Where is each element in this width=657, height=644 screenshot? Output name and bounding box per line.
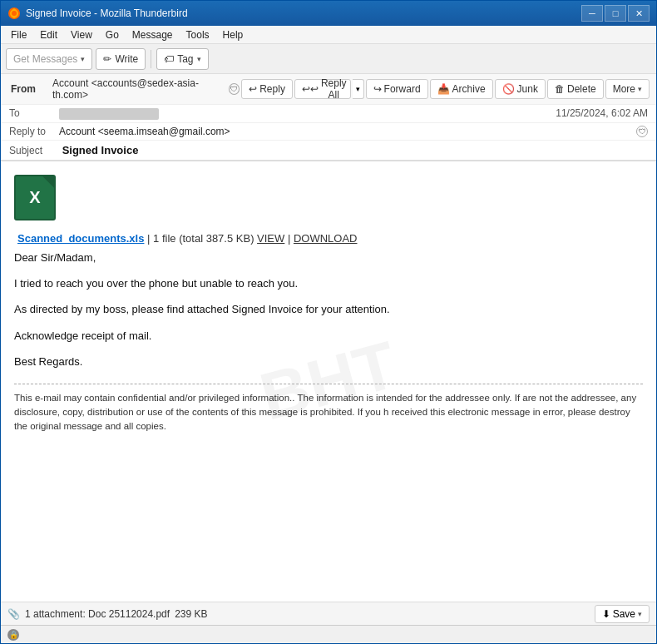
menu-message[interactable]: Message: [126, 27, 180, 42]
reply-all-button[interactable]: ↩↩ Reply All: [294, 79, 351, 99]
forward-button[interactable]: ↪ Forward: [366, 79, 428, 99]
title-bar: Signed Invoice - Mozilla Thunderbird ─ □…: [1, 1, 656, 26]
toolbar: Get Messages ▾ ✏ Write 🏷 Tag ▾: [1, 44, 656, 74]
body-line4: Acknowledge receipt of mail.: [14, 326, 643, 345]
pipe-separator: |: [288, 232, 294, 245]
status-lock-icon: 🔒: [7, 629, 19, 641]
subject-row: Subject Signed Invoice: [1, 141, 656, 161]
menu-edit[interactable]: Edit: [33, 27, 64, 42]
reply-all-dropdown[interactable]: ▾: [353, 79, 364, 99]
view-link[interactable]: VIEW: [257, 232, 284, 245]
paperclip-icon: 📎: [7, 608, 20, 620]
get-messages-arrow-icon: ▾: [81, 55, 85, 63]
more-label: More: [613, 83, 635, 95]
reply-to-row: Reply to Account <seema.imseah@gmail.com…: [1, 123, 656, 141]
email-text-body: Dear Sir/Madam, I tried to reach you ove…: [14, 248, 643, 372]
action-buttons: ↩ Reply ↩↩ Reply All ▾ ↪ Forward 📥 Archi…: [241, 79, 650, 99]
window-controls: ─ □ ✕: [581, 5, 650, 22]
delete-button[interactable]: 🗑 Delete: [547, 79, 604, 99]
attachment-meta: | 1 file (total 387.5 KB): [147, 232, 257, 245]
menu-go[interactable]: Go: [99, 27, 126, 42]
tag-label: Tag: [177, 53, 193, 65]
attachment-bar-label: 1 attachment: Doc 25112024.pdf: [25, 608, 170, 620]
svg-point-1: [12, 11, 17, 16]
menu-bar: File Edit View Go Message Tools Help: [1, 26, 656, 44]
from-value-inline: Account <accounts@sedex-asia-th.com>: [52, 77, 224, 101]
reply-icon: ↩: [249, 83, 257, 95]
junk-icon: 🚫: [502, 83, 515, 95]
menu-tools[interactable]: Tools: [180, 27, 216, 42]
get-messages-label: Get Messages: [13, 53, 77, 65]
save-label: Save: [613, 608, 635, 620]
tag-button[interactable]: 🏷 Tag ▾: [156, 48, 208, 70]
attachment-info: Scanned_documents.xls | 1 file (total 38…: [17, 230, 643, 248]
app-icon: [7, 7, 21, 20]
archive-button[interactable]: 📥 Archive: [430, 79, 493, 99]
security-icon[interactable]: 🛡: [229, 83, 240, 95]
junk-label: Junk: [517, 83, 538, 95]
app-window: Signed Invoice - Mozilla Thunderbird ─ □…: [0, 0, 657, 644]
archive-label: Archive: [452, 83, 486, 95]
save-icon: ⬇: [602, 608, 610, 620]
reply-button[interactable]: ↩ Reply: [241, 79, 293, 99]
reply-to-value: Account <seema.imseah@gmail.com>: [59, 126, 633, 137]
menu-view[interactable]: View: [64, 27, 99, 42]
forward-icon: ↪: [373, 83, 382, 95]
to-value: [59, 107, 556, 120]
from-field-label: From: [7, 82, 51, 97]
close-button[interactable]: ✕: [628, 5, 650, 22]
action-bar: From Account <accounts@sedex-asia-th.com…: [1, 74, 656, 105]
body-line3: As directed by my boss, please find atta…: [14, 300, 643, 319]
tag-icon: 🏷: [164, 53, 174, 65]
reply-all-icon: ↩↩: [302, 83, 319, 95]
tag-arrow-icon: ▾: [197, 55, 201, 63]
to-label: To: [9, 107, 59, 119]
body-line5: Best Regards.: [14, 352, 643, 371]
excel-x-label: X: [29, 188, 40, 207]
attachment-filename[interactable]: Scanned_documents.xls: [17, 232, 144, 245]
reply-to-security-icon[interactable]: 🛡: [636, 126, 648, 137]
attachment-bar-info: 📎 1 attachment: Doc 25112024.pdf 239 KB: [7, 608, 595, 620]
download-link[interactable]: DOWNLOAD: [294, 232, 358, 245]
email-body: BHT X Scanned_documents.xls | 1 file (to…: [1, 161, 656, 602]
to-row: To 11/25/2024, 6:02 AM: [1, 105, 656, 123]
subject-value: Signed Invoice: [62, 144, 139, 156]
junk-button[interactable]: 🚫 Junk: [495, 79, 546, 99]
window-title: Signed Invoice - Mozilla Thunderbird: [26, 7, 581, 19]
write-button[interactable]: ✏ Write: [96, 48, 146, 70]
delete-label: Delete: [567, 83, 596, 95]
attachment-preview: X: [14, 175, 643, 220]
body-line2: I tried to reach you over the phone but …: [14, 274, 643, 293]
archive-icon: 📥: [437, 83, 450, 95]
more-arrow-icon: ▾: [638, 85, 642, 93]
pencil-icon: ✏: [103, 53, 111, 65]
attachment-bar-size: 239 KB: [175, 608, 207, 620]
toolbar-separator: [151, 50, 151, 68]
excel-icon: X: [14, 175, 56, 220]
get-messages-button[interactable]: Get Messages ▾: [6, 48, 92, 70]
maximize-button[interactable]: □: [605, 5, 626, 22]
save-button[interactable]: ⬇ Save ▾: [595, 605, 650, 623]
menu-help[interactable]: Help: [216, 27, 250, 42]
email-header: From Account <accounts@sedex-asia-th.com…: [1, 74, 656, 161]
delete-icon: 🗑: [555, 83, 565, 95]
subject-label: Subject: [9, 145, 59, 156]
menu-file[interactable]: File: [4, 27, 33, 42]
email-divider: [14, 384, 643, 384]
more-button[interactable]: More ▾: [605, 79, 650, 99]
status-bar: 🔒: [1, 625, 656, 643]
email-date: 11/25/2024, 6:02 AM: [556, 107, 648, 119]
reply-all-label: Reply All: [321, 77, 347, 101]
reply-label: Reply: [259, 83, 285, 95]
reply-to-label: Reply to: [9, 126, 59, 137]
minimize-button[interactable]: ─: [581, 5, 603, 22]
forward-label: Forward: [384, 83, 421, 95]
write-label: Write: [115, 53, 138, 65]
save-arrow-icon: ▾: [638, 610, 642, 618]
body-line1: Dear Sir/Madam,: [14, 248, 643, 267]
disclaimer-text: This e-mail may contain confidential and…: [14, 391, 643, 434]
bottom-bar: 📎 1 attachment: Doc 25112024.pdf 239 KB …: [1, 602, 656, 625]
to-blurred: [59, 108, 159, 120]
